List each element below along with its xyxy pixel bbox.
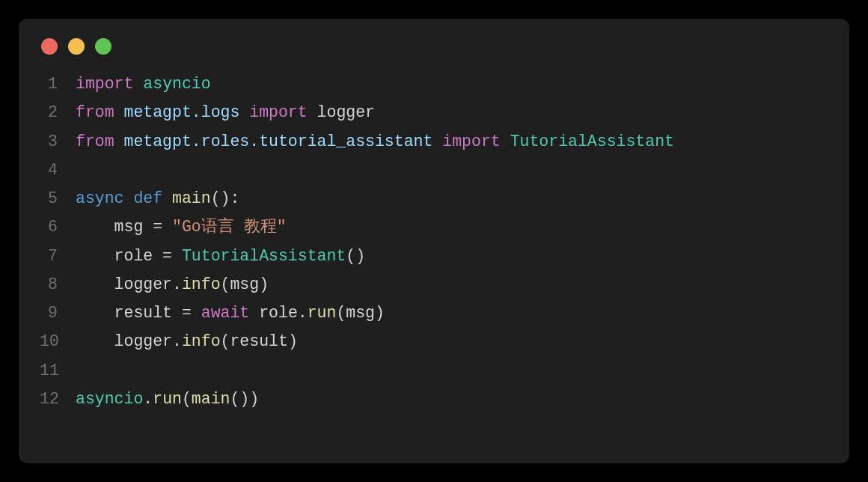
token bbox=[433, 132, 442, 150]
token: ()) bbox=[230, 390, 259, 408]
code-line: 2from metagpt.logs import logger bbox=[40, 98, 828, 126]
token: def bbox=[133, 189, 162, 207]
line-content: logger.info(result) bbox=[76, 327, 298, 356]
line-content bbox=[76, 156, 85, 184]
token: metagpt.logs bbox=[124, 103, 240, 121]
token: logger bbox=[317, 103, 375, 121]
close-icon[interactable] bbox=[41, 38, 58, 55]
code-line: 7 role = TutorialAssistant() bbox=[40, 242, 828, 270]
token bbox=[308, 103, 317, 121]
token bbox=[133, 75, 143, 93]
line-content: import asyncio bbox=[76, 70, 211, 98]
code-line: 8 logger.info(msg) bbox=[40, 270, 828, 299]
token bbox=[114, 103, 124, 121]
token: run bbox=[153, 390, 182, 408]
token: . bbox=[143, 390, 153, 408]
code-line: 5async def main(): bbox=[40, 184, 828, 213]
token: msg bbox=[230, 275, 259, 293]
line-number: 9 bbox=[40, 299, 76, 327]
token: "Go语言 教程" bbox=[172, 218, 287, 236]
token bbox=[124, 189, 134, 207]
token bbox=[76, 304, 114, 322]
token: msg bbox=[114, 218, 144, 236]
line-content: role = TutorialAssistant() bbox=[76, 242, 365, 270]
token: from bbox=[76, 132, 114, 150]
code-line: 12asyncio.run(main()) bbox=[40, 385, 828, 413]
line-content: asyncio.run(main()) bbox=[76, 385, 259, 413]
token: ) bbox=[259, 275, 269, 293]
token: import bbox=[249, 103, 307, 121]
token bbox=[114, 132, 124, 150]
token: TutorialAssistant bbox=[510, 132, 674, 150]
line-content: result = await role.run(msg) bbox=[76, 299, 385, 327]
code-line: 4 bbox=[40, 156, 828, 184]
token: info bbox=[182, 275, 221, 293]
token: . bbox=[172, 332, 182, 350]
token bbox=[239, 103, 249, 121]
token: = bbox=[143, 218, 172, 236]
token: main bbox=[192, 390, 230, 408]
code-window: 1import asyncio2from metagpt.logs import… bbox=[19, 19, 849, 463]
token bbox=[76, 332, 114, 350]
line-content: from metagpt.logs import logger bbox=[76, 98, 375, 126]
code-line: 11 bbox=[40, 356, 828, 385]
token: result bbox=[230, 332, 287, 350]
token bbox=[501, 132, 510, 150]
line-number: 11 bbox=[40, 356, 76, 385]
token: run bbox=[308, 304, 337, 322]
line-number: 5 bbox=[40, 184, 76, 213]
line-content: from metagpt.roles.tutorial_assistant im… bbox=[76, 127, 674, 156]
token bbox=[162, 189, 172, 207]
code-line: 9 result = await role.run(msg) bbox=[40, 299, 828, 327]
code-line: 1import asyncio bbox=[40, 70, 828, 98]
token bbox=[76, 247, 114, 265]
code-line: 10 logger.info(result) bbox=[40, 327, 828, 356]
token: from bbox=[76, 103, 114, 121]
token: = bbox=[172, 304, 201, 322]
token: . bbox=[172, 275, 182, 293]
line-content: logger.info(msg) bbox=[76, 270, 269, 299]
line-number: 1 bbox=[40, 70, 76, 98]
token: import bbox=[76, 75, 133, 93]
minimize-icon[interactable] bbox=[68, 38, 85, 55]
token: ) bbox=[288, 332, 298, 350]
token: ( bbox=[336, 304, 346, 322]
token: metagpt.roles.tutorial_assistant bbox=[124, 132, 433, 150]
token: (): bbox=[211, 189, 240, 207]
line-number: 10 bbox=[40, 327, 76, 356]
token: ) bbox=[375, 304, 385, 322]
token: async bbox=[76, 189, 124, 207]
line-number: 2 bbox=[40, 98, 76, 126]
zoom-icon[interactable] bbox=[95, 38, 111, 55]
token: main bbox=[172, 189, 211, 207]
line-number: 12 bbox=[40, 385, 76, 413]
code-line: 6 msg = "Go语言 教程" bbox=[40, 213, 828, 241]
line-content: async def main(): bbox=[76, 184, 239, 213]
token bbox=[76, 218, 114, 236]
token: result bbox=[114, 304, 172, 322]
token: asyncio bbox=[143, 75, 210, 93]
token: . bbox=[298, 304, 308, 322]
line-number: 4 bbox=[40, 156, 76, 184]
token bbox=[76, 275, 114, 293]
token: role bbox=[259, 304, 298, 322]
token: () bbox=[346, 247, 365, 265]
line-content: msg = "Go语言 教程" bbox=[76, 213, 287, 241]
token: logger bbox=[114, 275, 172, 293]
token bbox=[249, 304, 259, 322]
token: info bbox=[182, 332, 221, 350]
line-number: 8 bbox=[40, 270, 76, 299]
token: ( bbox=[221, 275, 230, 293]
token: logger bbox=[114, 332, 172, 350]
token: await bbox=[201, 304, 250, 322]
token: import bbox=[442, 132, 500, 150]
titlebar bbox=[40, 35, 828, 55]
line-number: 3 bbox=[40, 127, 76, 156]
token: role bbox=[114, 247, 153, 265]
token: asyncio bbox=[76, 390, 143, 408]
token: msg bbox=[346, 304, 375, 322]
line-number: 6 bbox=[40, 213, 76, 241]
token: ( bbox=[182, 390, 192, 408]
token: ( bbox=[221, 332, 230, 350]
token: TutorialAssistant bbox=[182, 247, 346, 265]
